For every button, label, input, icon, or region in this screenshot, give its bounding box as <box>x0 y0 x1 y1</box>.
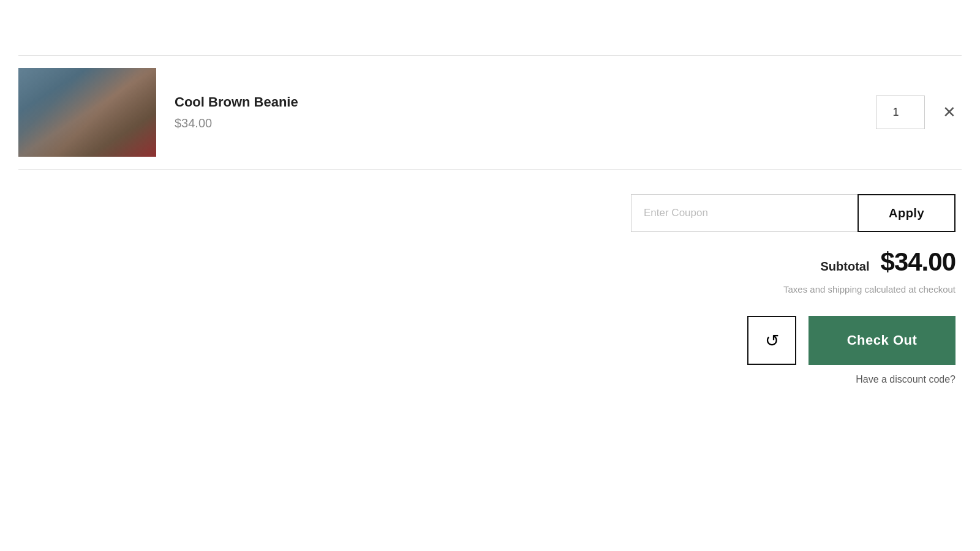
cart-summary: Apply Subtotal $34.00 Taxes and shipping… <box>18 194 962 385</box>
taxes-note: Taxes and shipping calculated at checkou… <box>783 284 956 294</box>
page-wrapper: Cool Brown Beanie $34.00 ✕ Apply Subtota… <box>0 0 980 551</box>
product-image <box>18 68 156 157</box>
cart-controls: ✕ <box>876 96 962 129</box>
product-name: Cool Brown Beanie <box>175 94 876 110</box>
subtotal-label: Subtotal <box>821 260 870 274</box>
quantity-input[interactable] <box>876 96 925 129</box>
coupon-input[interactable] <box>631 194 858 232</box>
refresh-cart-button[interactable]: ↺ <box>747 316 796 365</box>
actions-row: ↺ Check Out <box>747 316 956 365</box>
product-price: $34.00 <box>175 116 876 130</box>
refresh-icon: ↺ <box>765 331 779 351</box>
bottom-divider <box>18 169 962 170</box>
subtotal-row: Subtotal $34.00 <box>821 247 956 277</box>
close-icon: ✕ <box>943 103 956 122</box>
cart-item: Cool Brown Beanie $34.00 ✕ <box>18 56 962 169</box>
product-details: Cool Brown Beanie $34.00 <box>175 94 876 130</box>
coupon-row: Apply <box>631 194 956 232</box>
subtotal-amount: $34.00 <box>881 247 956 277</box>
remove-button[interactable]: ✕ <box>937 100 962 125</box>
apply-button[interactable]: Apply <box>858 194 956 232</box>
discount-link: Have a discount code? <box>856 374 956 385</box>
checkout-button[interactable]: Check Out <box>809 316 956 365</box>
